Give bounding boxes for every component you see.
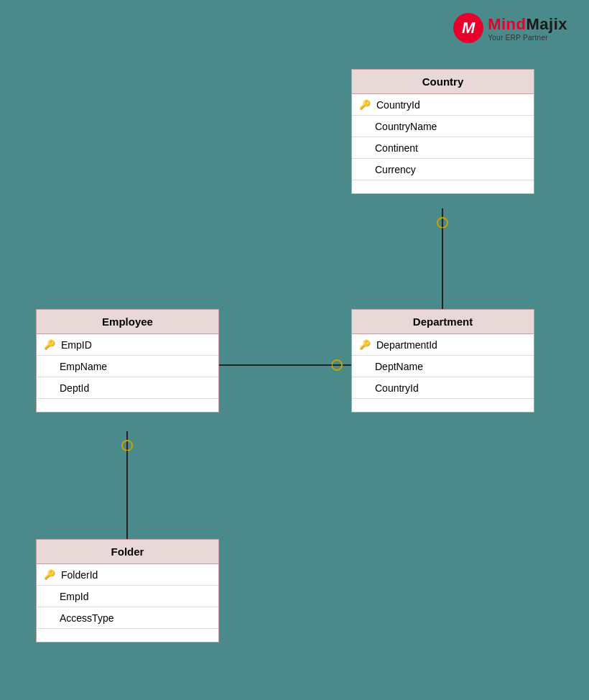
country-table: Country 🔑 CountryId CountryName Continen…	[351, 69, 534, 194]
country-row-countryname: CountryName	[352, 116, 534, 137]
logo-icon: M	[453, 13, 483, 43]
folder-row-empty	[37, 629, 218, 642]
emp-folder-circle	[122, 441, 132, 451]
logo: M MindMajix Your ERP Partner	[453, 13, 567, 43]
emp-row-empty	[37, 399, 218, 412]
employee-table: Employee 🔑 EmpID EmpName DeptId	[36, 309, 219, 413]
emp-dept-circle	[332, 360, 342, 370]
key-icon: 🔑	[44, 339, 55, 350]
folder-row-empid: EmpId	[37, 586, 218, 607]
country-dept-circle	[437, 218, 447, 228]
logo-text: MindMajix Your ERP Partner	[488, 15, 567, 42]
department-table-header: Department	[352, 310, 534, 334]
dept-row-empty	[352, 399, 534, 412]
folder-table-header: Folder	[37, 540, 218, 564]
country-row-currency: Currency	[352, 159, 534, 180]
emp-row-deptid: DeptId	[37, 377, 218, 399]
dept-row-countryid: CountryId	[352, 377, 534, 399]
dept-row-deptid: 🔑 DepartmentId	[352, 334, 534, 356]
key-icon: 🔑	[44, 569, 55, 580]
emp-row-empid: 🔑 EmpID	[37, 334, 218, 356]
logo-name: MindMajix	[488, 15, 567, 34]
department-table: Department 🔑 DepartmentId DeptName Count…	[351, 309, 534, 413]
country-row-countryid: 🔑 CountryId	[352, 94, 534, 116]
dept-row-deptname: DeptName	[352, 356, 534, 377]
emp-row-empname: EmpName	[37, 356, 218, 377]
key-icon: 🔑	[359, 99, 371, 110]
country-row-empty	[352, 180, 534, 193]
key-icon: 🔑	[359, 339, 371, 350]
folder-row-folderid: 🔑 FolderId	[37, 564, 218, 586]
country-row-continent: Continent	[352, 137, 534, 159]
folder-row-accesstype: AccessType	[37, 607, 218, 629]
country-table-header: Country	[352, 70, 534, 94]
employee-table-header: Employee	[37, 310, 218, 334]
folder-table: Folder 🔑 FolderId EmpId AccessType	[36, 539, 219, 643]
logo-tagline: Your ERP Partner	[488, 34, 567, 42]
